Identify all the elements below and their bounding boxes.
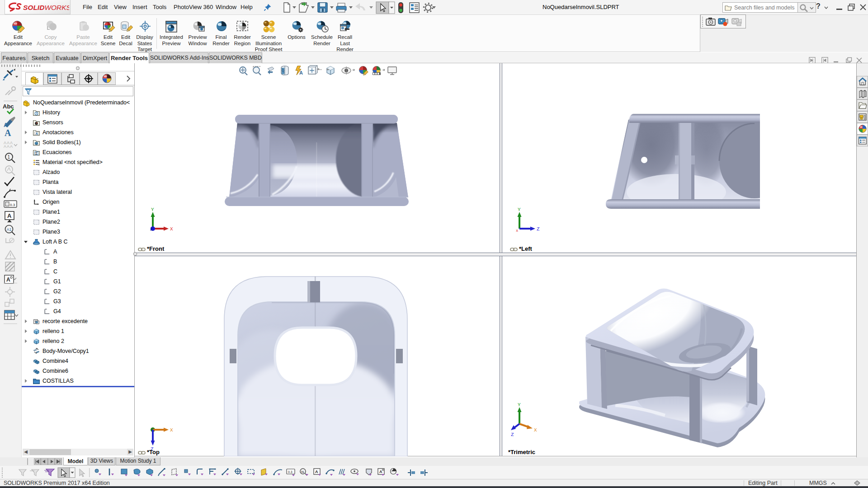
- svg-text:A: A: [315, 469, 318, 474]
- svg-text:X: X: [170, 427, 173, 433]
- svg-text:x: x: [516, 229, 518, 233]
- svg-text:0.3: 0.3: [288, 470, 292, 474]
- svg-text:Z: Z: [537, 226, 540, 232]
- svg-text:Y: Y: [151, 207, 154, 212]
- svg-text:A: A: [6, 277, 10, 283]
- svg-text:0.3: 0.3: [10, 203, 15, 207]
- svg-text:A1: A1: [7, 227, 12, 232]
- svg-text:SOLIDWORKS: SOLIDWORKS: [23, 4, 69, 11]
- svg-text:X: X: [534, 427, 537, 433]
- svg-text:A: A: [379, 469, 382, 474]
- svg-text:A: A: [4, 122, 8, 127]
- svg-text:N: N: [302, 470, 304, 474]
- svg-text:Z: Z: [511, 432, 514, 437]
- svg-text:1: 1: [8, 155, 10, 160]
- svg-text:Y: Y: [518, 207, 521, 212]
- svg-text:A: A: [299, 70, 303, 75]
- svg-text:X: X: [170, 226, 173, 232]
- svg-text:Z: Z: [150, 227, 153, 232]
- svg-text:A: A: [7, 212, 12, 219]
- svg-text:Y: Y: [518, 402, 521, 408]
